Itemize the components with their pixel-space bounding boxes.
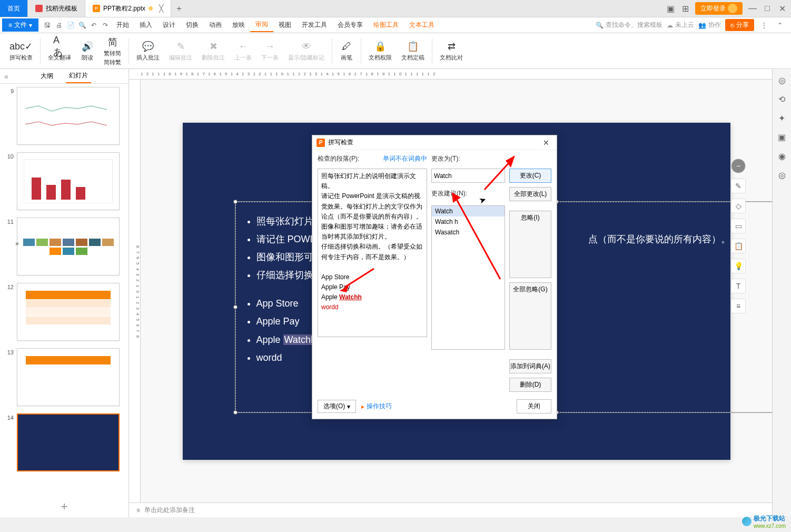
paste-tool[interactable]: 📋 — [731, 239, 746, 253]
thumb-row[interactable]: 14 — [5, 413, 123, 471]
add-slide-button[interactable]: ＋ — [0, 495, 128, 517]
qat-redo-icon[interactable]: ↷ — [100, 19, 111, 31]
dialog-titlebar[interactable]: P 拼写检查 ✕ — [312, 135, 557, 150]
login-button[interactable]: 立即登录 — [695, 2, 743, 15]
suggestion-item[interactable]: Watch — [432, 206, 505, 216]
cloud-status[interactable]: ☁ 未上云 — [667, 21, 694, 29]
close-icon[interactable]: ╳ — [159, 4, 163, 13]
collapse-ribbon-icon[interactable]: ⌃ — [774, 19, 786, 31]
menu-design[interactable]: 设计 — [157, 18, 181, 32]
paragraph-box[interactable]: 照每张幻灯片上的说明创建演示文稿。 请记住 PowerPoint 是演示文稿的视… — [318, 169, 427, 337]
menu-drawtool[interactable]: 绘图工具 — [368, 18, 404, 32]
thumbs-list[interactable]: 9 10 11★ 12 13 14 — [0, 84, 128, 495]
menu-transition[interactable]: 切换 — [181, 18, 204, 32]
resize-handle[interactable] — [233, 305, 238, 309]
tips-link[interactable]: ▸操作技巧 — [361, 402, 392, 411]
ignore-all-button[interactable]: 全部忽略(G) — [509, 282, 551, 350]
panel-tab-slides[interactable]: 幻灯片 — [66, 69, 91, 83]
resize-handle[interactable] — [233, 410, 238, 415]
notes-bar[interactable]: ≡ 单击此处添加备注 — [129, 503, 772, 517]
thumb-10[interactable] — [17, 152, 120, 210]
search-commands[interactable]: 🔍 查找命令、搜索模板 — [596, 21, 663, 29]
thumb-num: 9 — [5, 87, 14, 94]
menu-view[interactable]: 视图 — [273, 18, 296, 32]
rtool-target-icon[interactable]: ◎ — [776, 169, 788, 181]
menu-anim[interactable]: 动画 — [204, 18, 227, 32]
panel-tab-outline[interactable]: 大纲 — [37, 70, 56, 83]
thumb-row[interactable]: 13 — [5, 348, 123, 406]
ignore-button[interactable]: 忽略(I) — [509, 211, 551, 278]
thumb-row[interactable]: 9 — [5, 87, 123, 145]
maximize-icon[interactable]: □ — [763, 4, 772, 13]
qat-save-icon[interactable]: 🖫 — [42, 19, 53, 31]
thumb-11[interactable]: ★ — [17, 218, 120, 275]
qat-preview-icon[interactable]: 🔍 — [76, 19, 88, 31]
suggestion-list[interactable]: Watch Watch h Wasatch — [431, 205, 505, 350]
ribbon-compare[interactable]: ⇄文档比对 — [436, 38, 467, 64]
panel-collapse-icon[interactable]: « — [4, 72, 8, 81]
menu-member[interactable]: 会员专享 — [332, 18, 368, 32]
thumb-row[interactable]: 10 — [5, 152, 123, 210]
window-close-icon[interactable]: ✕ — [777, 4, 787, 13]
rtool-adjust-icon[interactable]: ⟲ — [776, 93, 788, 105]
suggestion-item[interactable]: Watch h — [432, 216, 505, 227]
para-line: Apple Pay — [321, 282, 423, 292]
pen-tool[interactable]: ✎ — [731, 179, 746, 193]
menu-start[interactable]: 开始 — [111, 18, 134, 32]
rtool-sparkle-icon[interactable]: ✦ — [776, 112, 788, 124]
ribbon-insert-comment[interactable]: 💬插入批注 — [132, 38, 164, 64]
ribbon-translate[interactable]: Aあ全文翻译 — [44, 38, 75, 64]
change-button[interactable]: 更改(C) — [509, 169, 551, 183]
layout-icon[interactable]: ▣ — [666, 4, 675, 13]
thumb-14[interactable] — [17, 413, 120, 471]
tab-home[interactable]: 首页 — [0, 0, 28, 17]
menu-insert[interactable]: 插入 — [134, 18, 157, 32]
share-button[interactable]: ⎋ 分享 — [725, 19, 754, 31]
coop-button[interactable]: 👥 协作 — [698, 21, 721, 29]
shape-tool[interactable]: ▭ — [731, 219, 746, 233]
menu-review[interactable]: 审阅 — [250, 18, 273, 32]
apps-icon[interactable]: ⊞ — [680, 4, 690, 13]
suggestion-item[interactable]: Wasatch — [432, 227, 505, 238]
zoom-out-button[interactable]: − — [731, 159, 746, 173]
thumb-13[interactable] — [17, 348, 120, 406]
rtool-design-icon[interactable]: ◎ — [776, 74, 788, 86]
ribbon-simptrad[interactable]: 简繁转简简转繁 — [100, 34, 125, 68]
more-icon[interactable]: ⋮ — [758, 19, 770, 31]
change-all-button[interactable]: 全部更改(L) — [509, 187, 551, 201]
file-menu[interactable]: ≡ 文件 ▾ — [2, 18, 38, 32]
idea-tool[interactable]: 💡 — [731, 259, 746, 273]
qat-open-icon[interactable]: 🖨 — [53, 19, 65, 31]
qat-undo-icon[interactable]: ↶ — [88, 19, 100, 31]
rtool-camera-icon[interactable]: ◉ — [776, 150, 788, 162]
text-tool[interactable]: T — [731, 279, 746, 293]
thumb-9[interactable] — [17, 87, 120, 145]
resize-handle[interactable] — [233, 200, 238, 204]
qat-print-icon[interactable]: 📄 — [65, 19, 76, 31]
thumb-row[interactable]: 12 — [5, 283, 123, 341]
ribbon-read[interactable]: 🔊朗读 — [76, 38, 98, 64]
tab-template[interactable]: 找稻壳模板 — [28, 0, 85, 17]
tab-add[interactable]: ＋ — [171, 0, 187, 17]
ribbon-ink[interactable]: 🖊画笔 — [335, 38, 358, 64]
menu-texttool[interactable]: 文本工具 — [404, 18, 440, 32]
options-button[interactable]: 选项(O) ▾ — [318, 400, 356, 413]
thumb-row[interactable]: 11★ — [5, 218, 123, 275]
close-button[interactable]: 关闭 — [517, 399, 551, 413]
thumb-12[interactable] — [17, 283, 120, 341]
changeto-input[interactable] — [431, 169, 505, 183]
ribbon-finalize[interactable]: 📋文档定稿 — [397, 38, 429, 64]
delete-button[interactable]: 删除(D) — [509, 378, 551, 392]
menu-dev[interactable]: 开发工具 — [296, 18, 332, 32]
dialog-close-icon[interactable]: ✕ — [540, 139, 552, 147]
ribbon-spellcheck[interactable]: abc✓拼写检查 — [5, 38, 37, 64]
menu-show[interactable]: 放映 — [227, 18, 250, 32]
rtool-window-icon[interactable]: ▣ — [776, 131, 788, 143]
eraser-tool[interactable]: ◇ — [731, 199, 746, 213]
add-dict-button[interactable]: 添加到词典(A) — [509, 359, 551, 373]
minimize-icon[interactable]: — — [748, 4, 757, 13]
tab-document[interactable]: P PPT教程2.pptx ╳ — [85, 0, 171, 17]
ribbon-perm-label: 文档权限 — [369, 54, 392, 62]
ribbon-perm[interactable]: 🔒文档权限 — [364, 38, 396, 64]
list-tool[interactable]: ≡ — [731, 299, 746, 313]
